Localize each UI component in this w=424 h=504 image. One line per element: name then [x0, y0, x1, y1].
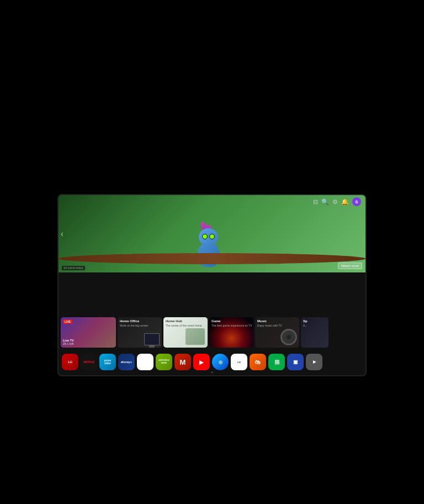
music-disc-visual — [280, 329, 297, 345]
tv-icon[interactable]: ⊟ — [313, 198, 318, 206]
sponsored-label: SPONSORED — [62, 266, 85, 270]
card-music[interactable]: Music Enjoy music with TV — [255, 317, 299, 348]
app-input-selector[interactable]: ▣ — [287, 354, 304, 370]
music-title: Music Enjoy music with TV — [257, 319, 282, 328]
app-prime-video[interactable]: primevideo — [99, 354, 116, 370]
cards-row: LIVE Live TV 25-1 tvN Home Office Work o… — [59, 317, 365, 348]
scroll-indicator: ⌄ — [210, 369, 214, 374]
card-live-tv[interactable]: LIVE Live TV 25-1 tvN — [61, 317, 116, 348]
tv-screen: ⊟ 🔍 ⚙ 🔔 S ‹ SPONSORED Watch more — [57, 194, 367, 376]
office-monitor-visual — [144, 333, 160, 345]
card-game[interactable]: Game The best game experience on TV — [209, 317, 253, 348]
watch-more-button[interactable]: Watch more — [338, 262, 362, 269]
app-lg-channels[interactable]: LG — [62, 354, 78, 370]
game-title: Game The best game experience on TV — [211, 319, 252, 328]
settings-icon[interactable]: ⚙ — [332, 198, 338, 206]
hub-title: Home Hub The center of the smart home — [166, 319, 202, 328]
live-tv-title: Live TV 25-1 tvN — [63, 339, 74, 345]
app-geforce-now[interactable]: GEFORCENOW — [156, 354, 172, 370]
hub-visual — [186, 328, 205, 345]
user-avatar[interactable]: S — [352, 197, 361, 206]
dragon-eye-left — [202, 234, 208, 239]
app-apps-grid[interactable]: ⊞ — [268, 354, 285, 370]
card-home-hub[interactable]: Home Hub The center of the smart home — [163, 317, 208, 348]
app-marathon[interactable]: M — [174, 354, 191, 370]
bell-icon[interactable]: 🔔 — [341, 198, 349, 206]
app-disney-plus[interactable]: disney+ — [118, 354, 135, 370]
log-surface — [59, 253, 365, 264]
card-home-office[interactable]: Home Office Work on the big screen — [118, 317, 162, 348]
top-bar: ⊟ 🔍 ⚙ 🔔 S — [309, 195, 365, 208]
app-shop[interactable]: 🛍 — [250, 354, 266, 370]
app-apple-tv[interactable] — [137, 354, 153, 370]
app-youtube[interactable]: ▶ — [193, 354, 210, 370]
hero-nav-left[interactable]: ‹ — [61, 229, 63, 238]
app-netflix[interactable]: NETFLIX — [81, 354, 97, 370]
live-badge: LIVE — [63, 319, 72, 324]
search-icon[interactable]: 🔍 — [321, 198, 329, 206]
extra-title: Sp A... — [303, 319, 308, 328]
card-extra[interactable]: Sp A... — [301, 317, 328, 348]
app-alexa[interactable]: ◎ — [212, 354, 229, 370]
app-lesswalls[interactable]: LW — [231, 354, 247, 370]
dragon-eye-right — [209, 234, 215, 239]
app-more[interactable]: ▶ — [306, 354, 322, 370]
office-title: Home Office Work on the big screen — [120, 319, 148, 328]
